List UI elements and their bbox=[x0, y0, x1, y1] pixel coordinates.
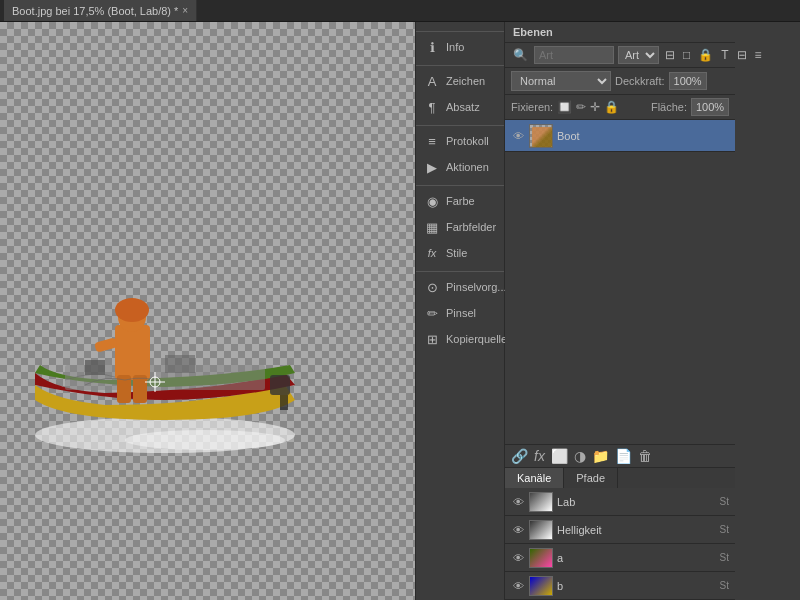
layer-thumbnail-boot bbox=[529, 124, 553, 148]
panel-item-stile-label: Stile bbox=[446, 247, 467, 259]
channel-visibility-helligkeit[interactable]: 👁 bbox=[511, 523, 525, 537]
panel-item-info-label: Info bbox=[446, 41, 464, 53]
channel-thumb-b bbox=[529, 576, 553, 596]
channel-shortcut-a: St bbox=[720, 552, 729, 563]
lock-all-icon[interactable]: 🔒 bbox=[604, 100, 619, 114]
panel-item-pinselvorg-label: Pinselvorg... bbox=[446, 281, 507, 293]
svg-rect-6 bbox=[280, 395, 288, 410]
pinsel-icon: ✏ bbox=[424, 305, 440, 321]
layer-visibility-boot[interactable]: 👁 bbox=[511, 129, 525, 143]
channel-name-a: a bbox=[557, 552, 716, 564]
svg-rect-3 bbox=[85, 360, 105, 375]
lock-position-icon[interactable]: 🔲 bbox=[557, 100, 572, 114]
panel-item-farbe[interactable]: ◉ Farbe bbox=[416, 188, 504, 214]
opacity-label: Deckkraft: bbox=[615, 75, 665, 87]
channel-name-b: b bbox=[557, 580, 716, 592]
farbfelder-icon: ▦ bbox=[424, 219, 440, 235]
close-tab-button[interactable]: × bbox=[182, 5, 188, 16]
layer-name-boot: Boot bbox=[557, 130, 729, 142]
tab-pfade[interactable]: Pfade bbox=[564, 468, 618, 488]
channel-visibility-lab[interactable]: 👁 bbox=[511, 495, 525, 509]
svg-point-1 bbox=[125, 430, 285, 450]
panel-item-farbfelder-label: Farbfelder bbox=[446, 221, 496, 233]
channel-item-lab[interactable]: 👁 Lab St bbox=[505, 488, 735, 516]
layer-item-boot[interactable]: 👁 Boot bbox=[505, 120, 735, 152]
blend-mode-row: NormalMultiplizierenAbwedelnAbdunkeln De… bbox=[505, 68, 735, 95]
channel-thumb-helligkeit bbox=[529, 520, 553, 540]
add-mask-icon[interactable]: ⬜ bbox=[551, 448, 568, 464]
blend-mode-select[interactable]: NormalMultiplizierenAbwedelnAbdunkeln bbox=[511, 71, 611, 91]
kopierquelle-icon: ⊞ bbox=[424, 331, 440, 347]
channel-thumb-lab bbox=[529, 492, 553, 512]
panel-divider-4 bbox=[416, 268, 504, 272]
channel-shortcut-helligkeit: St bbox=[720, 524, 729, 535]
flache-label: Fläche: bbox=[651, 101, 687, 113]
title-bar: Boot.jpg bei 17,5% (Boot, Lab/8) * × bbox=[0, 0, 800, 22]
panel-item-zeichen-label: Zeichen bbox=[446, 75, 485, 87]
stile-icon: fx bbox=[424, 245, 440, 261]
aktionen-icon: ▶ bbox=[424, 159, 440, 175]
channel-visibility-a[interactable]: 👁 bbox=[511, 551, 525, 565]
panel-item-zeichen[interactable]: A Zeichen bbox=[416, 68, 504, 94]
svg-point-9 bbox=[115, 298, 149, 322]
panel-item-stile[interactable]: fx Stile bbox=[416, 240, 504, 266]
layers-panel-header: Ebenen bbox=[505, 22, 735, 43]
filter-icon: ⊟ bbox=[663, 47, 677, 63]
search-icon: 🔍 bbox=[511, 47, 530, 63]
pinselvorg-icon: ⊙ bbox=[424, 279, 440, 295]
panel-item-pinsel[interactable]: ✏ Pinsel bbox=[416, 300, 504, 326]
panel-item-info[interactable]: ℹ Info bbox=[416, 34, 504, 60]
document-tab[interactable]: Boot.jpg bei 17,5% (Boot, Lab/8) * × bbox=[4, 0, 197, 21]
layer-search-input[interactable] bbox=[534, 46, 614, 64]
flache-value: 100% bbox=[691, 98, 729, 116]
tab-kanaele[interactable]: Kanäle bbox=[505, 468, 564, 488]
boat-image bbox=[5, 245, 325, 455]
lock-move-icon[interactable]: ✛ bbox=[590, 100, 600, 114]
panel-item-aktionen[interactable]: ▶ Aktionen bbox=[416, 154, 504, 180]
zeichen-icon: A bbox=[424, 73, 440, 89]
panel-item-protokoll-label: Protokoll bbox=[446, 135, 489, 147]
fixieren-row: Fixieren: 🔲 ✏ ✛ 🔒 Fläche: 100% bbox=[505, 95, 735, 120]
link-layers-icon[interactable]: 🔗 bbox=[511, 448, 528, 464]
channel-shortcut-b: St bbox=[720, 580, 729, 591]
svg-rect-5 bbox=[270, 375, 290, 395]
svg-rect-4 bbox=[165, 355, 195, 373]
channel-thumb-a bbox=[529, 548, 553, 568]
channels-tabs: Kanäle Pfade bbox=[505, 467, 735, 488]
text-layer-icon: T bbox=[719, 47, 730, 63]
canvas-area[interactable] bbox=[0, 22, 415, 600]
channel-visibility-b[interactable]: 👁 bbox=[511, 579, 525, 593]
new-group-icon: □ bbox=[681, 47, 692, 63]
protokoll-icon: ≡ bbox=[424, 133, 440, 149]
delete-layer-icon[interactable]: 🗑 bbox=[638, 448, 652, 464]
panel-item-protokoll[interactable]: ≡ Protokoll bbox=[416, 128, 504, 154]
panel-item-farbfelder[interactable]: ▦ Farbfelder bbox=[416, 214, 504, 240]
adjustment-layer-icon[interactable]: ◑ bbox=[574, 448, 586, 464]
fx-icon[interactable]: fx bbox=[534, 448, 545, 464]
channel-item-helligkeit[interactable]: 👁 Helligkeit St bbox=[505, 516, 735, 544]
panel-item-pinselvorg[interactable]: ⊙ Pinselvorg... bbox=[416, 274, 504, 300]
layer-type-select[interactable]: Art bbox=[618, 46, 659, 64]
more-icon: ≡ bbox=[753, 47, 764, 63]
panel-item-aktionen-label: Aktionen bbox=[446, 161, 489, 173]
panel-item-kopierquelle-label: Kopierquelle bbox=[446, 333, 507, 345]
opacity-value: 100% bbox=[669, 72, 707, 90]
panel-item-pinsel-label: Pinsel bbox=[446, 307, 476, 319]
new-layer-icon[interactable]: 📄 bbox=[615, 448, 632, 464]
folder-icon[interactable]: 📁 bbox=[592, 448, 609, 464]
panel-item-absatz[interactable]: ¶ Absatz bbox=[416, 94, 504, 120]
channel-item-a[interactable]: 👁 a St bbox=[505, 544, 735, 572]
channel-item-b[interactable]: 👁 b St bbox=[505, 572, 735, 600]
panel-item-kopierquelle[interactable]: ⊞ Kopierquelle bbox=[416, 326, 504, 352]
absatz-icon: ¶ bbox=[424, 99, 440, 115]
lock-pixel-icon[interactable]: ✏ bbox=[576, 100, 586, 114]
middle-panel: ℹ Info A Zeichen ¶ Absatz ≡ Protokoll ▶ … bbox=[415, 22, 505, 600]
panel-item-absatz-label: Absatz bbox=[446, 101, 480, 113]
panel-divider-1 bbox=[416, 62, 504, 66]
panel-divider-top bbox=[416, 28, 504, 32]
adjustment-icon: ⊟ bbox=[735, 47, 749, 63]
layers-panel: Ebenen 🔍 Art ⊟ □ 🔒 T ⊟ ≡ NormalMultipliz… bbox=[505, 22, 735, 600]
layers-search-row: 🔍 Art ⊟ □ 🔒 T ⊟ ≡ bbox=[505, 43, 735, 68]
fixieren-label: Fixieren: bbox=[511, 101, 553, 113]
channel-shortcut-lab: St bbox=[720, 496, 729, 507]
